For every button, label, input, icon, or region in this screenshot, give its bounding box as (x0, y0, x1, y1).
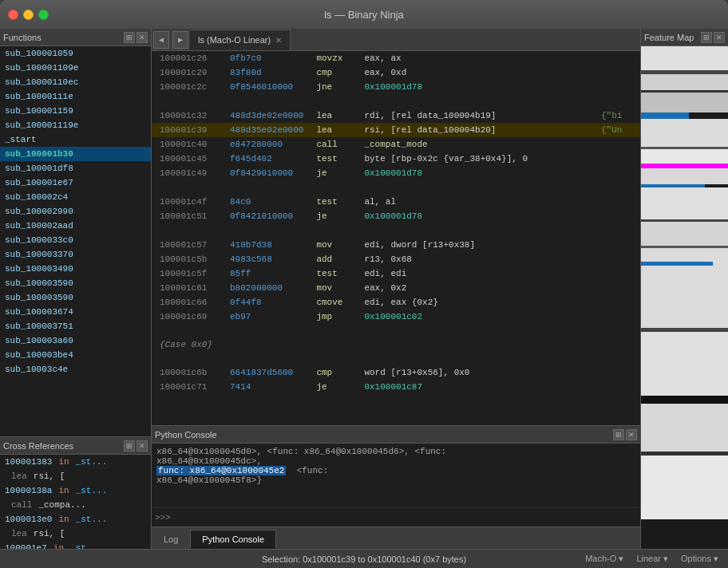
disasm-row[interactable]: 100001c260fb7c0movzxeax, ax (152, 51, 640, 65)
disasm-row[interactable]: {Case 0x0} (152, 338, 640, 351)
maximize-button[interactable] (38, 10, 49, 20)
disasm-row[interactable]: 100001c660f44f8cmoveedi, eax {0x2} (152, 295, 640, 310)
function-item[interactable]: sub_100002c4 (0, 190, 151, 204)
disasm-comment (595, 295, 640, 310)
function-item[interactable]: sub_100003370 (0, 247, 151, 262)
xref-header: Cross References ⊞ ✕ (0, 437, 151, 455)
tab-prev-button[interactable]: ◀ (153, 31, 169, 49)
disasm-row[interactable]: 100001c61b802000000moveax, 0x2 (152, 281, 640, 295)
function-item[interactable]: sub_100001119e (0, 118, 151, 132)
disasm-bytes: 6641837d5600 (224, 365, 310, 380)
function-item[interactable]: sub_100001159 (0, 104, 151, 118)
disasm-mnem: jmp (310, 310, 358, 324)
functions-list[interactable]: sub_100001059sub_100001109esub_10000110e… (0, 46, 151, 436)
disasm-area[interactable]: 100001c260fb7c0movzxeax, ax100001c2983f8… (152, 51, 640, 425)
functions-icon-2[interactable]: ✕ (136, 32, 148, 43)
svg-rect-11 (641, 168, 728, 184)
feature-map-icon-2[interactable]: ✕ (714, 32, 725, 43)
function-item[interactable]: sub_100001e67 (0, 176, 151, 190)
disasm-row[interactable]: 100001c2c0f8546010000jne0x100001d78 (152, 80, 640, 94)
disasm-addr: 100001c71 (152, 380, 224, 394)
svg-rect-21 (641, 404, 728, 452)
function-item[interactable]: sub_100002aad (0, 219, 151, 233)
disasm-row[interactable]: 100001c40e847280000call_compat_mode (152, 137, 640, 152)
window-title: ls — Binary Ninja (324, 9, 404, 21)
feature-map-svg (641, 46, 728, 549)
function-item[interactable]: sub_100003751 (0, 319, 151, 333)
minimize-button[interactable] (23, 10, 34, 20)
disasm-row[interactable]: 100001c6b6641837d5600cmpword [r13+0x56],… (152, 365, 640, 380)
function-item[interactable]: sub_100003590 (0, 276, 151, 290)
view-button[interactable]: Linear ▾ (633, 554, 671, 564)
disasm-comment (595, 324, 640, 338)
feature-map-icon-1[interactable]: ⊞ (701, 32, 712, 43)
function-item[interactable]: sub_100003a60 (0, 333, 151, 348)
python-panel-header: Python Console ⊞ ✕ (152, 426, 640, 444)
disasm-row[interactable]: 100001c490f8429010000je0x100001d78 (152, 166, 640, 180)
disasm-row[interactable] (152, 351, 640, 365)
function-item[interactable]: sub_100003590 (0, 290, 151, 305)
disasm-mnem: je (310, 166, 358, 180)
disasm-bytes (224, 324, 310, 338)
disasm-row[interactable]: 100001c39488d35e02e0000learsi, [rel data… (152, 123, 640, 137)
function-item[interactable]: sub_100001109e (0, 61, 151, 75)
disasm-row[interactable]: 100001c2983f80dcmpeax, 0xd (152, 65, 640, 80)
disasm-ops: 0x100001c02 (358, 310, 595, 324)
disasm-row[interactable] (152, 223, 640, 238)
disasm-row[interactable]: 100001c69eb97jmp0x100001c02 (152, 310, 640, 324)
tab-python-console[interactable]: Python Console (190, 530, 276, 549)
python-icon-2[interactable]: ✕ (626, 429, 637, 440)
disasm-row[interactable]: 100001c57418b7d38movedi, dword [r13+0x38… (152, 238, 640, 252)
disasm-bytes: 418b7d38 (224, 238, 310, 252)
disasm-row[interactable] (152, 180, 640, 195)
functions-icons: ⊞ ✕ (124, 32, 148, 43)
disasm-row[interactable]: 100001c510f8421010000je0x100001d78 (152, 209, 640, 223)
tab-linear[interactable]: ls (Mach-O Linear) ✕ (190, 30, 291, 50)
disasm-comment (595, 365, 640, 380)
disasm-row[interactable]: 100001c717414je0x100001c87 (152, 380, 640, 394)
disasm-addr: 100001c2c (152, 80, 224, 94)
python-input[interactable] (174, 512, 637, 523)
xref-icon-2[interactable]: ✕ (136, 440, 148, 452)
function-item[interactable]: sub_10000111e (0, 89, 151, 104)
function-item[interactable]: sub_100001df8 (0, 161, 151, 176)
python-icon-1[interactable]: ⊞ (613, 429, 624, 440)
svg-rect-1 (641, 46, 728, 70)
function-item[interactable]: sub_100003490 (0, 262, 151, 276)
disasm-row[interactable]: 100001c5b4983c568addr13, 0x68 (152, 252, 640, 266)
function-item[interactable]: sub_100002990 (0, 204, 151, 219)
disasm-row[interactable]: 100001c4f84c0testal, al (152, 195, 640, 209)
disasm-mnem: test (310, 195, 358, 209)
close-button[interactable] (8, 10, 18, 20)
disasm-mnem: cmp (310, 65, 358, 80)
disasm-row[interactable]: 100001c5f85fftestedi, edi (152, 266, 640, 281)
xref-icon-1[interactable]: ⊞ (124, 440, 135, 452)
disasm-row[interactable]: 100001c32488d3de02e0000leardi, [rel data… (152, 108, 640, 123)
xref-list[interactable]: 100001383 in _st... lea rsi, [ 10000138a… (0, 455, 151, 549)
tab-close-button[interactable]: ✕ (275, 36, 282, 45)
python-output-line-highlighted[interactable]: func: x86_64@0x1000045e2 <func: (156, 466, 328, 475)
xref-label: Cross References (3, 441, 73, 451)
function-item[interactable]: sub_1000033c0 (0, 233, 151, 247)
disasm-ops (358, 351, 595, 365)
feature-map-canvas[interactable] (641, 46, 728, 549)
function-item[interactable]: sub_10000110ec (0, 75, 151, 89)
function-item[interactable]: sub_100003be4 (0, 348, 151, 362)
tab-next-button[interactable]: ▶ (172, 31, 188, 49)
function-item[interactable]: sub_100001059 (0, 46, 151, 61)
options-button[interactable]: Options ▾ (678, 554, 722, 564)
function-item[interactable]: sub_10003c4e (0, 362, 151, 377)
function-item[interactable]: sub_100003674 (0, 305, 151, 319)
disasm-bytes: 488d35e02e0000 (224, 123, 310, 137)
disasm-ops (358, 94, 595, 108)
disasm-row[interactable] (152, 94, 640, 108)
disasm-row[interactable]: 100001c45f645d402testbyte [rbp-0x2c {var… (152, 152, 640, 166)
disasm-ops: 0x100001d78 (358, 209, 595, 223)
arch-button[interactable]: Mach-O ▾ (582, 554, 627, 564)
functions-icon-1[interactable]: ⊞ (124, 32, 135, 43)
disasm-row[interactable] (152, 324, 640, 338)
function-item[interactable]: sub_100001b30 (0, 147, 151, 161)
disasm-addr: 100001c61 (152, 281, 224, 295)
tab-log[interactable]: Log (152, 530, 190, 549)
function-item[interactable]: _start (0, 132, 151, 147)
